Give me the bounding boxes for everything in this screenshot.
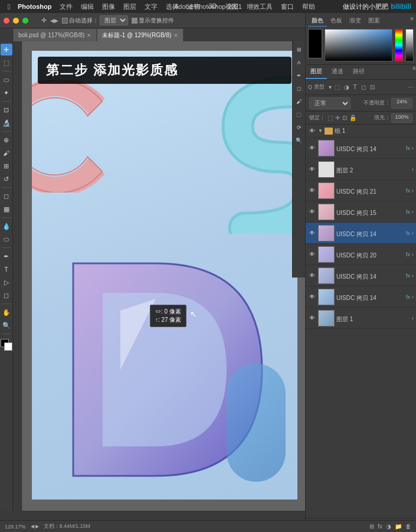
brush-tool[interactable]: 🖌 bbox=[1, 147, 12, 159]
menu-layer[interactable]: 图层 bbox=[120, 2, 140, 12]
lasso-tool[interactable]: ⬭ bbox=[1, 74, 12, 86]
layer-fx-4[interactable]: fx bbox=[406, 230, 410, 236]
text-tool[interactable]: T bbox=[1, 263, 12, 275]
layers-tab-channels[interactable]: 通道 bbox=[327, 65, 348, 79]
layer-fx-2[interactable]: fx bbox=[406, 188, 410, 194]
layer-select-dropdown[interactable]: 图层 bbox=[100, 15, 128, 25]
layer-vis-2[interactable]: 👁 bbox=[308, 187, 316, 195]
layer-vis-1[interactable]: 👁 bbox=[308, 165, 316, 174]
layer-row-5[interactable]: 👁 UISDC 拷贝 20 fx › bbox=[306, 244, 416, 265]
minimize-button[interactable] bbox=[13, 18, 19, 24]
status-icon-2[interactable]: fx bbox=[378, 523, 382, 530]
blur-tool[interactable]: 💧 bbox=[1, 220, 12, 232]
layer-row-7[interactable]: 👁 UISDC 拷贝 14 fx › bbox=[306, 286, 416, 308]
color-alpha-slider[interactable] bbox=[405, 29, 414, 61]
right-tool-8[interactable]: 🔍 bbox=[293, 135, 305, 146]
right-tool-7[interactable]: ⟳ bbox=[293, 122, 305, 133]
layer-chevron-4[interactable]: › bbox=[412, 230, 414, 236]
active-color-swatch[interactable] bbox=[308, 29, 322, 58]
status-icon-1[interactable]: ⊞ bbox=[369, 523, 374, 530]
right-tool-2[interactable]: A bbox=[293, 57, 305, 68]
opacity-value[interactable]: 24% bbox=[391, 98, 412, 109]
layer-chevron-6[interactable]: › bbox=[412, 273, 414, 279]
color-tab-patterns[interactable]: 图案 bbox=[365, 15, 384, 27]
maximize-button[interactable] bbox=[22, 18, 28, 24]
shape-tool[interactable]: ◻ bbox=[1, 289, 12, 301]
tab-untitled-close[interactable]: ✕ bbox=[173, 32, 178, 38]
status-next[interactable]: ▶ bbox=[35, 524, 39, 529]
layer-row-2[interactable]: 👁 UISDC 拷贝 21 fx › bbox=[306, 180, 416, 201]
layer-row-8[interactable]: 👁 图层 1 › bbox=[306, 308, 416, 329]
color-tab-color[interactable]: 颜色 bbox=[308, 15, 327, 27]
layer-group-header[interactable]: 👁 ▼ 组 1 bbox=[306, 125, 416, 138]
layer-vis-4[interactable]: 👁 bbox=[308, 229, 316, 237]
color-gradient-picker[interactable] bbox=[325, 29, 392, 61]
history-brush-tool[interactable]: ↺ bbox=[1, 173, 12, 185]
layer-vis-0[interactable]: 👁 bbox=[308, 144, 316, 152]
layer-fx-0[interactable]: fx bbox=[406, 145, 410, 151]
layer-chevron-8[interactable]: › bbox=[412, 315, 414, 321]
menu-plugins[interactable]: 增效工具 bbox=[243, 2, 276, 12]
layer-chevron-2[interactable]: › bbox=[412, 188, 414, 194]
status-icon-5[interactable]: 🗑 bbox=[405, 523, 411, 530]
layer-chevron-7[interactable]: › bbox=[412, 294, 414, 300]
menu-file[interactable]: 文件 bbox=[56, 2, 76, 12]
layer-vis-7[interactable]: 👁 bbox=[308, 293, 316, 301]
lock-all-icon[interactable]: 🔒 bbox=[349, 115, 356, 121]
menu-help[interactable]: 帮助 bbox=[299, 2, 319, 12]
layer-row-4[interactable]: 👁 UISDC 拷贝 14 fx › bbox=[306, 223, 416, 244]
gradient-tool[interactable]: ▦ bbox=[1, 203, 12, 215]
right-tool-3[interactable]: ✒ bbox=[293, 70, 305, 81]
status-icon-4[interactable]: 📁 bbox=[395, 523, 402, 530]
pen-tool[interactable]: ✒ bbox=[1, 250, 12, 262]
menu-image[interactable]: 图像 bbox=[99, 2, 119, 12]
auto-select-checkbox[interactable] bbox=[62, 18, 68, 24]
layer-row-0[interactable]: 👁 UISDC 拷贝 14 fx › bbox=[306, 138, 416, 159]
status-prev[interactable]: ◀ bbox=[31, 524, 34, 529]
kind-pixel-icon[interactable]: ⬚ bbox=[333, 84, 341, 90]
lock-pixel-icon[interactable]: ⬚ bbox=[327, 115, 333, 121]
hand-tool[interactable]: ✋ bbox=[1, 306, 12, 318]
layer-fx-5[interactable]: fx bbox=[406, 252, 410, 257]
layers-options-more[interactable]: ⋯ bbox=[408, 84, 414, 90]
close-button[interactable] bbox=[4, 18, 9, 24]
kind-smart-icon[interactable]: ⊡ bbox=[369, 84, 376, 90]
kind-dropdown-arrow[interactable]: ▾ bbox=[329, 84, 332, 90]
layer-vis-6[interactable]: 👁 bbox=[308, 272, 316, 280]
lock-artboard-icon[interactable]: ⊡ bbox=[342, 115, 347, 121]
tab-boli[interactable]: boli.psd @ 117%(RGB/8) ✕ bbox=[13, 28, 97, 41]
layers-tab-paths[interactable]: 路径 bbox=[348, 65, 369, 79]
layer-chevron-0[interactable]: › bbox=[412, 145, 414, 151]
layer-vis-8[interactable]: 👁 bbox=[308, 314, 316, 322]
fill-value[interactable]: 100% bbox=[391, 113, 412, 123]
menu-window[interactable]: 窗口 bbox=[277, 2, 297, 12]
right-tool-5[interactable]: 🖌 bbox=[293, 96, 305, 107]
color-tab-gradient[interactable]: 渐变 bbox=[346, 15, 365, 27]
color-panel-menu[interactable]: ≡ bbox=[410, 15, 414, 27]
move-tool-icon[interactable]: ✛ bbox=[41, 17, 47, 24]
kind-adjustment-icon[interactable]: ◑ bbox=[343, 84, 351, 90]
blend-mode-select[interactable]: 正常 bbox=[309, 97, 351, 109]
path-select-tool[interactable]: ▷ bbox=[1, 276, 12, 288]
group-expand-icon[interactable]: ▼ bbox=[318, 128, 323, 133]
zoom-tool[interactable]: 🔍 bbox=[1, 319, 12, 331]
layer-row-6[interactable]: 👁 UISDC 拷贝 14 fx › bbox=[306, 265, 416, 286]
marquee-tool[interactable]: ⬚ bbox=[1, 57, 12, 68]
healing-tool[interactable]: ⊕ bbox=[1, 134, 12, 146]
right-tool-1[interactable]: ⊞ bbox=[293, 44, 305, 56]
layer-fx-3[interactable]: fx bbox=[406, 209, 410, 215]
layer-chevron-1[interactable]: › bbox=[412, 167, 414, 172]
dodge-tool[interactable]: ⬭ bbox=[1, 233, 12, 245]
layer-fx-6[interactable]: fx bbox=[406, 273, 410, 279]
lock-position-icon[interactable]: ✛ bbox=[335, 115, 340, 121]
layer-vis-5[interactable]: 👁 bbox=[308, 250, 316, 259]
foreground-background-colors[interactable] bbox=[1, 339, 12, 351]
color-hue-slider[interactable] bbox=[395, 29, 403, 61]
group-visibility-toggle[interactable]: 👁 bbox=[308, 127, 316, 135]
kind-text-icon[interactable]: T bbox=[352, 84, 358, 90]
tab-untitled[interactable]: 未标题-1 @ 129%(RGB/8) ✕ bbox=[97, 28, 184, 41]
right-tool-6[interactable]: ⬚ bbox=[293, 109, 305, 120]
stamp-tool[interactable]: ⊞ bbox=[1, 160, 12, 172]
tab-boli-close[interactable]: ✕ bbox=[87, 32, 91, 38]
layer-vis-3[interactable]: 👁 bbox=[308, 208, 316, 216]
